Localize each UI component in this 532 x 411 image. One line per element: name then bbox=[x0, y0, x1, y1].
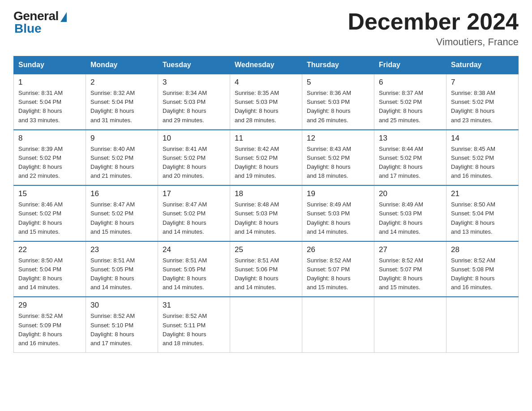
calendar-cell: 31 Sunrise: 8:52 AMSunset: 5:11 PMDaylig… bbox=[158, 297, 230, 352]
day-info: Sunrise: 8:46 AMSunset: 5:02 PMDaylight:… bbox=[18, 200, 81, 236]
calendar-cell bbox=[230, 297, 302, 352]
day-info: Sunrise: 8:45 AMSunset: 5:02 PMDaylight:… bbox=[451, 145, 514, 181]
title-section: December 2024 Vimoutiers, France bbox=[348, 9, 519, 48]
week-row-2: 8 Sunrise: 8:39 AMSunset: 5:02 PMDayligh… bbox=[14, 130, 519, 186]
day-number: 31 bbox=[163, 301, 225, 310]
logo-triangle-icon bbox=[60, 12, 67, 22]
calendar-cell: 10 Sunrise: 8:41 AMSunset: 5:02 PMDaylig… bbox=[158, 130, 230, 186]
day-number: 10 bbox=[163, 134, 225, 143]
calendar-cell bbox=[446, 297, 519, 352]
day-info: Sunrise: 8:51 AMSunset: 5:05 PMDaylight:… bbox=[163, 256, 225, 292]
day-number: 12 bbox=[307, 134, 369, 143]
day-info: Sunrise: 8:52 AMSunset: 5:10 PMDaylight:… bbox=[90, 312, 153, 348]
calendar-cell: 19 Sunrise: 8:49 AMSunset: 5:03 PMDaylig… bbox=[302, 185, 374, 241]
day-number: 13 bbox=[379, 134, 442, 143]
day-number: 15 bbox=[18, 189, 81, 198]
calendar-cell: 6 Sunrise: 8:37 AMSunset: 5:02 PMDayligh… bbox=[374, 74, 446, 130]
header-cell-tuesday: Tuesday bbox=[158, 56, 230, 74]
calendar-cell: 7 Sunrise: 8:38 AMSunset: 5:02 PMDayligh… bbox=[446, 74, 519, 130]
day-info: Sunrise: 8:52 AMSunset: 5:09 PMDaylight:… bbox=[18, 312, 81, 348]
day-info: Sunrise: 8:43 AMSunset: 5:02 PMDaylight:… bbox=[307, 145, 369, 181]
day-info: Sunrise: 8:52 AMSunset: 5:07 PMDaylight:… bbox=[379, 256, 442, 292]
calendar-cell bbox=[302, 297, 374, 352]
day-info: Sunrise: 8:37 AMSunset: 5:02 PMDaylight:… bbox=[379, 89, 442, 125]
day-number: 9 bbox=[90, 134, 153, 143]
day-number: 3 bbox=[163, 78, 225, 87]
day-info: Sunrise: 8:32 AMSunset: 5:04 PMDaylight:… bbox=[90, 89, 153, 125]
day-number: 25 bbox=[235, 245, 297, 254]
day-number: 5 bbox=[307, 78, 369, 87]
header-cell-wednesday: Wednesday bbox=[230, 56, 302, 74]
day-info: Sunrise: 8:38 AMSunset: 5:02 PMDaylight:… bbox=[451, 89, 514, 125]
month-title: December 2024 bbox=[348, 9, 519, 34]
day-number: 26 bbox=[307, 245, 369, 254]
day-number: 11 bbox=[235, 134, 297, 143]
day-number: 23 bbox=[90, 245, 153, 254]
calendar-body: 1 Sunrise: 8:31 AMSunset: 5:04 PMDayligh… bbox=[14, 74, 519, 352]
day-info: Sunrise: 8:49 AMSunset: 5:03 PMDaylight:… bbox=[379, 200, 442, 236]
calendar-cell: 11 Sunrise: 8:42 AMSunset: 5:02 PMDaylig… bbox=[230, 130, 302, 186]
day-info: Sunrise: 8:35 AMSunset: 5:03 PMDaylight:… bbox=[235, 89, 297, 125]
week-row-1: 1 Sunrise: 8:31 AMSunset: 5:04 PMDayligh… bbox=[14, 74, 519, 130]
day-number: 4 bbox=[235, 78, 297, 87]
calendar-cell: 1 Sunrise: 8:31 AMSunset: 5:04 PMDayligh… bbox=[14, 74, 86, 130]
header-cell-thursday: Thursday bbox=[302, 56, 374, 74]
day-number: 14 bbox=[451, 134, 514, 143]
day-number: 7 bbox=[451, 78, 514, 87]
calendar-cell bbox=[374, 297, 446, 352]
calendar-cell: 25 Sunrise: 8:51 AMSunset: 5:06 PMDaylig… bbox=[230, 241, 302, 297]
calendar-cell: 2 Sunrise: 8:32 AMSunset: 5:04 PMDayligh… bbox=[86, 74, 158, 130]
calendar-cell: 20 Sunrise: 8:49 AMSunset: 5:03 PMDaylig… bbox=[374, 185, 446, 241]
calendar-cell: 17 Sunrise: 8:47 AMSunset: 5:02 PMDaylig… bbox=[158, 185, 230, 241]
calendar-cell: 14 Sunrise: 8:45 AMSunset: 5:02 PMDaylig… bbox=[446, 130, 519, 186]
calendar-cell: 13 Sunrise: 8:44 AMSunset: 5:02 PMDaylig… bbox=[374, 130, 446, 186]
header-row: SundayMondayTuesdayWednesdayThursdayFrid… bbox=[14, 56, 519, 74]
day-info: Sunrise: 8:39 AMSunset: 5:02 PMDaylight:… bbox=[18, 145, 81, 181]
day-info: Sunrise: 8:31 AMSunset: 5:04 PMDaylight:… bbox=[18, 89, 81, 125]
day-number: 29 bbox=[18, 301, 81, 310]
day-info: Sunrise: 8:51 AMSunset: 5:06 PMDaylight:… bbox=[235, 256, 297, 292]
day-info: Sunrise: 8:41 AMSunset: 5:02 PMDaylight:… bbox=[163, 145, 225, 181]
day-number: 8 bbox=[18, 134, 81, 143]
day-info: Sunrise: 8:50 AMSunset: 5:04 PMDaylight:… bbox=[451, 200, 514, 236]
calendar-cell: 5 Sunrise: 8:36 AMSunset: 5:03 PMDayligh… bbox=[302, 74, 374, 130]
calendar-cell: 26 Sunrise: 8:52 AMSunset: 5:07 PMDaylig… bbox=[302, 241, 374, 297]
calendar-cell: 21 Sunrise: 8:50 AMSunset: 5:04 PMDaylig… bbox=[446, 185, 519, 241]
day-info: Sunrise: 8:34 AMSunset: 5:03 PMDaylight:… bbox=[163, 89, 225, 125]
header-cell-sunday: Sunday bbox=[14, 56, 86, 74]
day-info: Sunrise: 8:50 AMSunset: 5:04 PMDaylight:… bbox=[18, 256, 81, 292]
day-number: 27 bbox=[379, 245, 442, 254]
day-info: Sunrise: 8:36 AMSunset: 5:03 PMDaylight:… bbox=[307, 89, 369, 125]
calendar-cell: 3 Sunrise: 8:34 AMSunset: 5:03 PMDayligh… bbox=[158, 74, 230, 130]
day-info: Sunrise: 8:49 AMSunset: 5:03 PMDaylight:… bbox=[307, 200, 369, 236]
day-number: 16 bbox=[90, 189, 153, 198]
calendar-cell: 27 Sunrise: 8:52 AMSunset: 5:07 PMDaylig… bbox=[374, 241, 446, 297]
calendar-cell: 15 Sunrise: 8:46 AMSunset: 5:02 PMDaylig… bbox=[14, 185, 86, 241]
day-number: 22 bbox=[18, 245, 81, 254]
calendar-table: SundayMondayTuesdayWednesdayThursdayFrid… bbox=[13, 56, 519, 353]
location-label: Vimoutiers, France bbox=[348, 36, 519, 48]
calendar-cell: 28 Sunrise: 8:52 AMSunset: 5:08 PMDaylig… bbox=[446, 241, 519, 297]
page-header: General Blue December 2024 Vimoutiers, F… bbox=[13, 9, 519, 48]
calendar-cell: 23 Sunrise: 8:51 AMSunset: 5:05 PMDaylig… bbox=[86, 241, 158, 297]
calendar-cell: 16 Sunrise: 8:47 AMSunset: 5:02 PMDaylig… bbox=[86, 185, 158, 241]
calendar-cell: 30 Sunrise: 8:52 AMSunset: 5:10 PMDaylig… bbox=[86, 297, 158, 352]
day-number: 2 bbox=[90, 78, 153, 87]
day-number: 17 bbox=[163, 189, 225, 198]
day-info: Sunrise: 8:52 AMSunset: 5:07 PMDaylight:… bbox=[307, 256, 369, 292]
day-number: 1 bbox=[18, 78, 81, 87]
day-info: Sunrise: 8:48 AMSunset: 5:03 PMDaylight:… bbox=[235, 200, 297, 236]
week-row-5: 29 Sunrise: 8:52 AMSunset: 5:09 PMDaylig… bbox=[14, 297, 519, 352]
day-info: Sunrise: 8:42 AMSunset: 5:02 PMDaylight:… bbox=[235, 145, 297, 181]
calendar-cell: 8 Sunrise: 8:39 AMSunset: 5:02 PMDayligh… bbox=[14, 130, 86, 186]
week-row-3: 15 Sunrise: 8:46 AMSunset: 5:02 PMDaylig… bbox=[14, 185, 519, 241]
day-number: 20 bbox=[379, 189, 442, 198]
calendar-cell: 22 Sunrise: 8:50 AMSunset: 5:04 PMDaylig… bbox=[14, 241, 86, 297]
calendar-header: SundayMondayTuesdayWednesdayThursdayFrid… bbox=[14, 56, 519, 74]
calendar-cell: 9 Sunrise: 8:40 AMSunset: 5:02 PMDayligh… bbox=[86, 130, 158, 186]
day-info: Sunrise: 8:44 AMSunset: 5:02 PMDaylight:… bbox=[379, 145, 442, 181]
day-number: 18 bbox=[235, 189, 297, 198]
day-info: Sunrise: 8:52 AMSunset: 5:11 PMDaylight:… bbox=[163, 312, 225, 348]
day-number: 21 bbox=[451, 189, 514, 198]
day-info: Sunrise: 8:51 AMSunset: 5:05 PMDaylight:… bbox=[90, 256, 153, 292]
